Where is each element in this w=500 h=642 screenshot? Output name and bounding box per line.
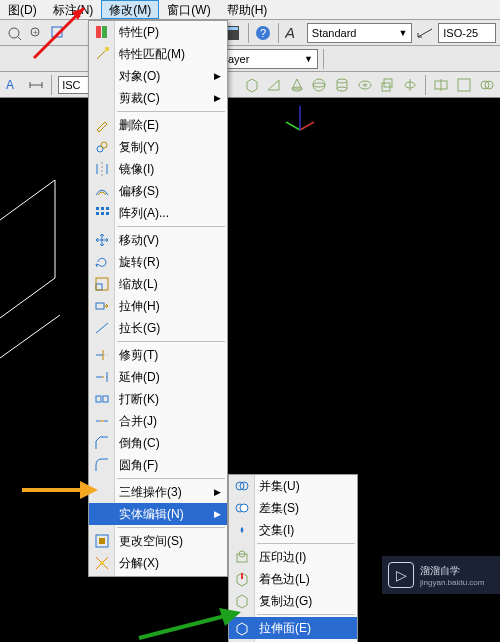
zoom-extents-icon[interactable]: + — [26, 23, 45, 43]
wireframe-lines — [0, 180, 90, 380]
textstyle-dropdown[interactable]: Standard ▼ — [307, 23, 412, 43]
zoom-window-icon[interactable] — [48, 23, 67, 43]
watermark-logo-icon: ▷ — [388, 562, 414, 588]
svg-point-25 — [337, 87, 347, 91]
dimstyle-icon[interactable] — [415, 23, 435, 43]
help-icon[interactable]: ? — [254, 23, 273, 43]
copy-icon — [93, 138, 111, 156]
svg-rect-51 — [96, 212, 99, 215]
menu-separator — [117, 341, 225, 342]
menu-extend[interactable]: 延伸(D) — [89, 366, 227, 388]
svg-line-39 — [0, 180, 55, 220]
menu-imprint[interactable]: 压印边(I) — [229, 546, 357, 568]
menu-separator — [257, 543, 355, 544]
cylinder-icon[interactable] — [333, 75, 352, 95]
stretch-icon — [93, 297, 111, 315]
interfere-icon[interactable] — [477, 75, 496, 95]
cone-icon[interactable] — [287, 75, 306, 95]
erase-icon — [93, 116, 111, 134]
menu-join[interactable]: 合并(J) — [89, 410, 227, 432]
menu-matchprop[interactable]: 特性匹配(M) — [89, 43, 227, 65]
separator — [51, 75, 52, 95]
tool-icon[interactable] — [4, 23, 23, 43]
menu-chspace[interactable]: 更改空间(S) — [89, 530, 227, 552]
menu-subtract[interactable]: 差集(S) — [229, 497, 357, 519]
menu-dimension[interactable]: 标注(N) — [45, 0, 102, 19]
svg-point-74 — [240, 504, 248, 512]
menu-break[interactable]: 打断(K) — [89, 388, 227, 410]
menu-array[interactable]: 阵列(A)... — [89, 202, 227, 224]
chevron-down-icon: ▼ — [398, 28, 407, 38]
sphere-icon[interactable] — [310, 75, 329, 95]
menu-fillet[interactable]: 圆角(F) — [89, 454, 227, 476]
menu-separator — [117, 226, 225, 227]
dimstyle-dropdown[interactable]: ISO-25 — [438, 23, 496, 43]
modify-menu: 特性(P) 特性匹配(M) 对象(O)▶ 剪裁(C)▶ 删除(E) 复制(Y) … — [88, 20, 228, 577]
menu-clip[interactable]: 剪裁(C)▶ — [89, 87, 227, 109]
svg-text:+: + — [33, 28, 38, 37]
menu-lengthen[interactable]: 拉长(G) — [89, 317, 227, 339]
lengthen-icon — [93, 319, 111, 337]
torus-icon[interactable] — [355, 75, 374, 95]
svg-rect-4 — [52, 27, 62, 37]
fillet-icon — [93, 456, 111, 474]
menu-properties[interactable]: 特性(P) — [89, 21, 227, 43]
menu-solidedit[interactable]: 实体编辑(N)▶ — [89, 503, 227, 525]
menu-erase[interactable]: 删除(E) — [89, 114, 227, 136]
subtract-icon — [233, 499, 251, 517]
revolve-icon[interactable] — [401, 75, 420, 95]
scale-icon — [93, 275, 111, 293]
menu-window[interactable]: 窗口(W) — [159, 0, 218, 19]
svg-rect-6 — [228, 27, 238, 30]
extrude-icon[interactable] — [378, 75, 397, 95]
menu-offset[interactable]: 偏移(S) — [89, 180, 227, 202]
menu-drawing[interactable]: 图(D) — [0, 0, 45, 19]
menu-move[interactable]: 移动(V) — [89, 229, 227, 251]
menu-rotate[interactable]: 旋转(R) — [89, 251, 227, 273]
menu-help[interactable]: 帮助(H) — [219, 0, 276, 19]
menu-separator — [117, 478, 225, 479]
toolbar-layers: ByLayer ▼ — [0, 46, 500, 72]
section-icon[interactable] — [455, 75, 474, 95]
menu-trim[interactable]: 修剪(T) — [89, 344, 227, 366]
menu-copy[interactable]: 复制(Y) — [89, 136, 227, 158]
svg-line-57 — [96, 323, 108, 333]
menu-3dops[interactable]: 三维操作(3)▶ — [89, 481, 227, 503]
svg-line-1 — [18, 37, 21, 40]
break-icon — [93, 390, 111, 408]
menu-coloredge[interactable]: 着色边(L) — [229, 568, 357, 590]
trim-icon — [93, 346, 111, 364]
menu-mirror[interactable]: 镜像(I) — [89, 158, 227, 180]
menu-stretch[interactable]: 拉伸(H) — [89, 295, 227, 317]
dim-icon[interactable] — [27, 75, 46, 95]
submenu-arrow-icon: ▶ — [214, 71, 221, 81]
box-icon[interactable] — [242, 75, 261, 95]
svg-point-47 — [101, 142, 107, 148]
svg-rect-65 — [103, 396, 108, 402]
svg-rect-44 — [102, 26, 107, 38]
menu-intersect[interactable]: 交集(I) — [229, 519, 357, 541]
dimstyle-value: ISO-25 — [443, 27, 478, 39]
menu-explode[interactable]: 分解(X) — [89, 552, 227, 574]
svg-point-0 — [9, 28, 19, 38]
textstyle-icon[interactable]: A — [284, 23, 304, 43]
svg-line-36 — [300, 122, 314, 130]
svg-rect-64 — [96, 396, 101, 402]
menu-extrudeface[interactable]: 拉伸面(E) — [229, 617, 357, 639]
menu-copyedge[interactable]: 复制边(G) — [229, 590, 357, 612]
svg-rect-45 — [105, 47, 109, 51]
menu-modify[interactable]: 修改(M) — [101, 0, 159, 19]
toolbar-top: + ? A Standard ▼ ISO-25 — [0, 20, 500, 46]
menu-union[interactable]: 并集(U) — [229, 475, 357, 497]
menu-chamfer[interactable]: 倒角(C) — [89, 432, 227, 454]
svg-point-20 — [313, 79, 325, 91]
wedge-icon[interactable] — [265, 75, 284, 95]
svg-rect-53 — [106, 212, 109, 215]
solidedit-submenu: 并集(U) 差集(S) 交集(I) 压印边(I) 着色边(L) 复制边(G) 拉… — [228, 474, 358, 642]
slice-icon[interactable] — [432, 75, 451, 95]
menu-object[interactable]: 对象(O)▶ — [89, 65, 227, 87]
menu-scale[interactable]: 缩放(L) — [89, 273, 227, 295]
svg-rect-49 — [101, 207, 104, 210]
text-icon[interactable]: A — [4, 75, 23, 95]
svg-rect-69 — [99, 538, 105, 544]
